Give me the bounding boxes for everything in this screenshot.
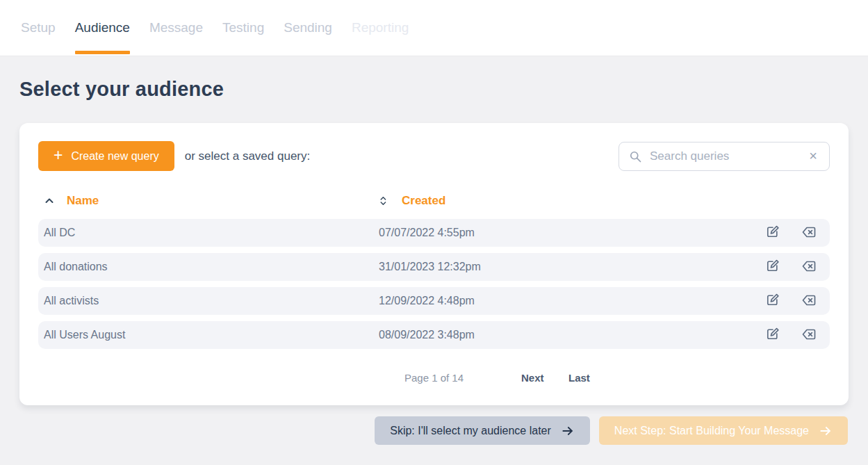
sort-ascending-icon[interactable] [44, 195, 55, 206]
tab-message-label: Message [149, 20, 203, 35]
edit-query-button[interactable] [764, 225, 780, 241]
tab-sending-label: Sending [284, 20, 332, 35]
query-created: 07/07/2022 4:55pm [379, 227, 764, 239]
skip-button-label: Skip: I'll select my audience later [390, 425, 551, 437]
query-name: All donations [38, 261, 379, 273]
pagination-last-link[interactable]: Last [568, 372, 590, 384]
edit-icon [764, 326, 780, 344]
query-name: All activists [38, 295, 379, 307]
tab-reporting: Reporting [342, 0, 418, 56]
delete-query-button[interactable] [801, 259, 817, 275]
delete-icon [801, 224, 817, 243]
search-queries-box: × [619, 142, 830, 171]
wizard-footer-actions: Skip: I'll select my audience later Next… [375, 416, 848, 445]
delete-icon [801, 292, 817, 311]
column-header-name[interactable]: Name [38, 194, 379, 208]
tab-audience[interactable]: Audience [65, 0, 140, 56]
query-created: 08/09/2022 3:48pm [379, 329, 764, 341]
edit-query-button[interactable] [764, 327, 780, 343]
page-status-text: Page 1 of 14 [19, 372, 849, 384]
tab-sending[interactable]: Sending [274, 0, 342, 56]
delete-query-button[interactable] [801, 293, 817, 309]
tab-reporting-label: Reporting [352, 20, 409, 35]
query-name: All DC [38, 227, 379, 239]
saved-query-list: All DC 07/07/2022 4:55pm [38, 219, 830, 349]
delete-query-button[interactable] [801, 225, 817, 241]
edit-icon [764, 292, 780, 310]
edit-icon [764, 258, 780, 276]
tab-testing[interactable]: Testing [213, 0, 274, 56]
delete-query-button[interactable] [801, 327, 817, 343]
edit-icon [764, 224, 780, 242]
sort-both-icon[interactable] [379, 195, 390, 206]
next-step-button-label: Next Step: Start Building Your Message [614, 425, 809, 437]
arrow-right-icon [561, 424, 575, 438]
pagination: Page 1 of 14 Next Last [19, 372, 849, 389]
column-header-created[interactable]: Created [379, 194, 445, 208]
query-created: 31/01/2023 12:32pm [379, 261, 764, 273]
clear-search-icon[interactable]: × [805, 148, 821, 165]
saved-query-row[interactable]: All Users August 08/09/2022 3:48pm [38, 321, 830, 349]
next-step-build-message-button[interactable]: Next Step: Start Building Your Message [599, 416, 848, 445]
query-name: All Users August [38, 329, 379, 341]
saved-query-row[interactable]: All DC 07/07/2022 4:55pm [38, 219, 830, 247]
column-created-label: Created [402, 194, 445, 208]
tab-setup-label: Setup [21, 20, 56, 35]
or-select-saved-query-text: or select a saved query: [185, 149, 310, 163]
delete-icon [801, 258, 817, 277]
column-name-label: Name [67, 194, 99, 208]
skip-select-audience-later-button[interactable]: Skip: I'll select my audience later [375, 416, 590, 445]
pagination-next-link[interactable]: Next [521, 372, 544, 384]
wizard-tab-bar: Setup Audience Message Testing Sending R… [0, 0, 868, 56]
query-toolbar: + Create new query or select a saved que… [38, 141, 830, 171]
search-queries-input[interactable] [619, 142, 830, 171]
arrow-right-icon [819, 424, 833, 438]
active-tab-underline [75, 51, 130, 54]
tab-audience-label: Audience [75, 20, 130, 35]
tab-testing-label: Testing [222, 20, 264, 35]
saved-query-row[interactable]: All activists 12/09/2022 4:48pm [38, 287, 830, 315]
tab-message[interactable]: Message [140, 0, 213, 56]
saved-queries-card: + Create new query or select a saved que… [19, 123, 849, 405]
page-title: Select your audience [19, 78, 868, 101]
wizard-tabs: Setup Audience Message Testing Sending R… [21, 0, 418, 56]
tab-setup[interactable]: Setup [21, 0, 65, 56]
edit-query-button[interactable] [764, 259, 780, 275]
create-new-query-label: Create new query [71, 150, 158, 163]
edit-query-button[interactable] [764, 293, 780, 309]
create-new-query-button[interactable]: + Create new query [38, 141, 174, 171]
saved-query-row[interactable]: All donations 31/01/2023 12:32pm [38, 253, 830, 281]
plus-icon: + [54, 147, 63, 163]
delete-icon [801, 326, 817, 345]
search-icon [628, 149, 642, 163]
query-table-header: Name Created [38, 190, 830, 211]
query-created: 12/09/2022 4:48pm [379, 295, 764, 307]
